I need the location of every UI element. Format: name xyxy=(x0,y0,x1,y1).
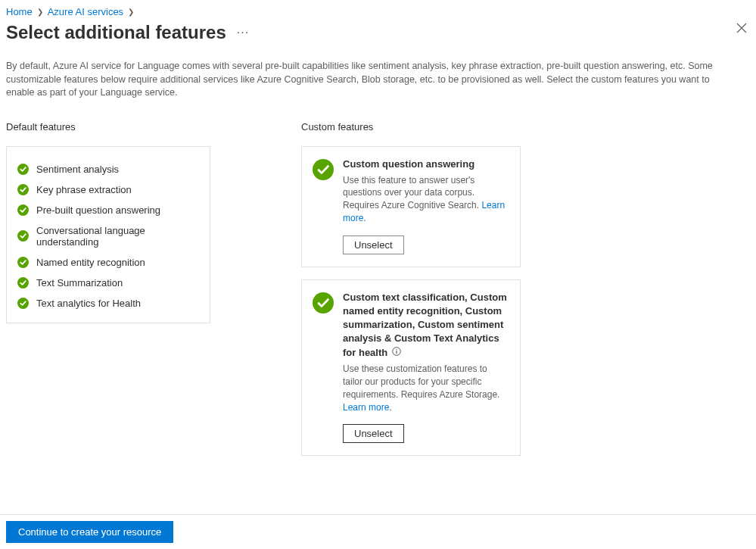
custom-feature-description: Use this feature to answer user's questi… xyxy=(343,174,509,225)
more-actions-button[interactable]: ··· xyxy=(237,26,249,39)
custom-feature-title: Custom question answering xyxy=(343,158,509,171)
default-feature-item: Key phrase extraction xyxy=(17,179,199,200)
svg-point-6 xyxy=(17,298,29,309)
default-feature-label: Conversational language understanding xyxy=(36,225,199,248)
default-feature-item: Text Summarization xyxy=(17,273,199,293)
default-feature-label: Text Summarization xyxy=(36,277,123,289)
learn-more-link[interactable]: Learn more. xyxy=(343,402,392,413)
svg-rect-11 xyxy=(396,351,397,354)
check-circle-icon xyxy=(17,257,29,268)
svg-point-7 xyxy=(313,159,334,180)
default-feature-label: Key phrase extraction xyxy=(36,184,132,195)
default-feature-label: Named entity recognition xyxy=(36,257,145,268)
default-feature-label: Sentiment analysis xyxy=(36,164,119,175)
default-features-box: Sentiment analysis Key phrase extraction… xyxy=(6,146,210,323)
close-icon xyxy=(736,23,747,33)
default-feature-item: Pre-built question answering xyxy=(17,200,199,220)
default-feature-label: Pre-built question answering xyxy=(36,204,160,216)
default-features-header: Default features xyxy=(6,121,210,133)
page-description: By default, Azure AI service for Languag… xyxy=(0,49,742,108)
check-circle-icon xyxy=(313,292,334,313)
svg-point-4 xyxy=(17,257,29,268)
check-circle-icon xyxy=(17,204,29,216)
custom-feature-card: Custom question answering Use this featu… xyxy=(301,146,521,267)
check-circle-icon xyxy=(17,230,29,242)
default-feature-item: Text analytics for Health xyxy=(17,293,199,313)
check-circle-icon xyxy=(17,184,29,195)
svg-point-8 xyxy=(313,292,334,313)
custom-feature-description: Use these customization features to tail… xyxy=(343,363,509,413)
svg-point-1 xyxy=(17,184,29,195)
features-columns: Default features Sentiment analysis Key … xyxy=(0,108,756,469)
custom-features-header: Custom features xyxy=(301,121,521,133)
check-circle-icon xyxy=(17,277,29,289)
svg-point-0 xyxy=(17,164,29,175)
svg-point-5 xyxy=(17,277,29,289)
custom-feature-body: Custom text classification, Custom named… xyxy=(343,291,509,444)
svg-point-3 xyxy=(17,230,29,242)
svg-point-10 xyxy=(396,349,397,350)
check-circle-icon xyxy=(17,298,29,309)
custom-features-column: Custom features Custom question answerin… xyxy=(301,121,521,469)
default-features-column: Default features Sentiment analysis Key … xyxy=(6,121,210,469)
chevron-right-icon: ❯ xyxy=(37,8,43,16)
default-feature-item: Sentiment analysis xyxy=(17,159,199,179)
continue-button[interactable]: Continue to create your resource xyxy=(6,521,173,543)
check-circle-icon xyxy=(313,159,334,180)
page-title: Select additional features xyxy=(6,22,226,43)
breadcrumb-home[interactable]: Home xyxy=(6,6,33,17)
default-feature-item: Named entity recognition xyxy=(17,252,199,273)
custom-feature-body: Custom question answering Use this featu… xyxy=(343,158,509,254)
breadcrumb-azure-ai-services[interactable]: Azure AI services xyxy=(48,6,123,17)
breadcrumb: Home ❯ Azure AI services ❯ xyxy=(0,0,756,20)
footer: Continue to create your resource xyxy=(0,514,756,549)
custom-feature-title: Custom text classification, Custom named… xyxy=(343,291,509,360)
unselect-button[interactable]: Unselect xyxy=(343,424,404,443)
check-circle-icon xyxy=(17,164,29,175)
custom-feature-card: Custom text classification, Custom named… xyxy=(301,279,521,457)
close-button[interactable] xyxy=(736,23,747,36)
default-feature-label: Text analytics for Health xyxy=(36,298,141,309)
unselect-button[interactable]: Unselect xyxy=(343,236,404,254)
chevron-right-icon: ❯ xyxy=(128,8,134,16)
info-icon[interactable] xyxy=(392,346,401,360)
title-row: Select additional features ··· xyxy=(0,20,756,49)
svg-point-2 xyxy=(17,204,29,216)
default-feature-item: Conversational language understanding xyxy=(17,220,199,252)
